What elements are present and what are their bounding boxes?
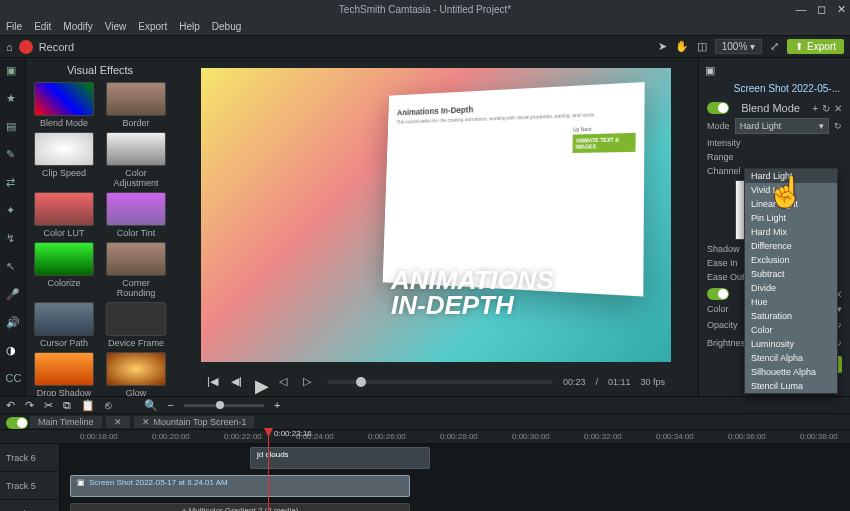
redo-icon[interactable]: ↷ [25,399,34,412]
split-icon[interactable]: ⎋ [105,399,112,411]
play-icon[interactable]: ▶ [255,375,269,389]
visual-icon[interactable]: ◑ [6,344,20,358]
export-button[interactable]: ⬆Export [787,39,844,54]
time-current: 00:23 [563,377,586,387]
effect-item[interactable]: Color LUT [30,192,98,238]
time-ruler[interactable]: 0:00:23:16 0:00:18:000:00:20:000:00:22:0… [0,430,850,444]
track-lane[interactable]: jd clouds [60,444,850,471]
track-label[interactable]: Track 4 [0,500,60,511]
mode-option[interactable]: Subtract [745,267,837,281]
mode-option[interactable]: Stencil Luma [745,379,837,393]
mode-option[interactable]: Hard Mix [745,225,837,239]
pointer-icon[interactable]: ➤ [658,40,667,53]
prev-marker-icon[interactable]: ◁ [279,375,293,389]
step-back-icon[interactable]: ◀| [231,375,245,389]
cut-icon[interactable]: ✂ [44,399,53,412]
mode-option[interactable]: Pin Light [745,211,837,225]
minimize-icon[interactable]: — [795,3,806,15]
tab-main[interactable]: Main Timeline [30,416,102,428]
home-icon[interactable]: ⌂ [6,41,13,53]
effect-item[interactable]: Color Adjustment [102,132,170,188]
menu-modify[interactable]: Modify [63,21,92,32]
crop-icon[interactable]: ◫ [697,40,707,53]
zoom-out-icon[interactable]: 🔍 [144,399,158,412]
mode-option[interactable]: Vivid Light [745,183,837,197]
mode-option[interactable]: Stencil Alpha [745,351,837,365]
favorites-icon[interactable]: ★ [6,92,20,106]
audio-icon[interactable]: 🔊 [6,316,20,330]
prev-frame-icon[interactable]: |◀ [207,375,221,389]
reset-icon[interactable]: ↻ [822,103,830,114]
transitions-icon[interactable]: ⇄ [6,176,20,190]
mode-option[interactable]: Hard Light [745,169,837,183]
track-lane[interactable]: + Multicolor Gradient 2 (2 media) [60,500,850,511]
next-marker-icon[interactable]: ▷ [303,375,317,389]
menu-debug[interactable]: Debug [212,21,241,32]
record-label[interactable]: Record [39,41,74,53]
effect-item[interactable]: Clip Speed [30,132,98,188]
timeline-toggle[interactable] [6,417,28,429]
scrub-bar[interactable] [327,380,553,384]
effect-item[interactable]: Corner Rounding [102,242,170,298]
menu-file[interactable]: File [6,21,22,32]
hand-icon[interactable]: ✋ [675,40,689,53]
maximize-icon[interactable]: ◻ [817,3,826,15]
clip-audio[interactable]: jd clouds [250,447,430,469]
remove-icon[interactable]: ✕ [834,103,842,114]
track-label[interactable]: Track 5 [0,472,60,499]
record-icon[interactable] [19,40,33,54]
media-icon[interactable]: ▣ [6,64,20,78]
mode-select[interactable]: Hard Light▾ [735,118,829,134]
menu-help[interactable]: Help [179,21,200,32]
effect-item[interactable]: Blend Mode [30,82,98,128]
playhead[interactable] [268,430,269,511]
menu-export[interactable]: Export [138,21,167,32]
tab-mountain[interactable]: ✕Mountain Top Screen-1 [134,416,255,428]
paste-icon[interactable]: 📋 [81,399,95,412]
mode-option[interactable]: Silhouette Alpha [745,365,837,379]
mode-option[interactable]: Difference [745,239,837,253]
track-lane[interactable]: ▣Screen Shot 2022-05-17 at 8.24.01 AM [60,472,850,499]
blend-toggle[interactable] [707,102,729,114]
library-icon[interactable]: ▤ [6,120,20,134]
panel-grid-icon[interactable]: ▣ [705,64,715,76]
mode-dropdown[interactable]: Hard LightVivid LightLinear LightPin Lig… [744,168,838,394]
tab-closed[interactable]: ✕ [106,416,130,428]
clip-video[interactable]: ▣Screen Shot 2022-05-17 at 8.24.01 AM [70,475,410,497]
effect-item[interactable]: Cursor Path [30,302,98,348]
mode-option[interactable]: Saturation [745,309,837,323]
reset-mode-icon[interactable]: ↻ [834,121,842,131]
annotations-icon[interactable]: ✎ [6,148,20,162]
canvas[interactable]: Animations In-Depth This tutorial walks … [201,68,671,362]
mode-option[interactable]: Hue [745,295,837,309]
mode-option[interactable]: Luminosity [745,337,837,351]
cursor-icon[interactable]: ↖ [6,260,20,274]
zoom-select[interactable]: 100% ▾ [715,39,762,54]
menu-edit[interactable]: Edit [34,21,51,32]
undo-icon[interactable]: ↶ [6,399,15,412]
effect-item[interactable]: Color Tint [102,192,170,238]
opacity-label: Opacity [707,320,738,330]
mode-option[interactable]: Linear Light [745,197,837,211]
effect-item[interactable]: Border [102,82,170,128]
effect-item[interactable]: Colorize [30,242,98,298]
animations-icon[interactable]: ↯ [6,232,20,246]
effect-item[interactable]: Glow [102,352,170,396]
clip-gradient[interactable]: + Multicolor Gradient 2 (2 media) [70,503,410,511]
effect-item[interactable]: Drop Shadow [30,352,98,396]
captions-icon[interactable]: CC [6,372,20,386]
zoom-slider[interactable] [184,404,264,407]
mode-option[interactable]: Exclusion [745,253,837,267]
behaviors-icon[interactable]: ✦ [6,204,20,218]
add-icon[interactable]: + [812,103,818,114]
voice-icon[interactable]: 🎤 [6,288,20,302]
close-icon[interactable]: ✕ [837,3,846,15]
spotlight-toggle[interactable] [707,288,729,300]
menu-view[interactable]: View [105,21,127,32]
mode-option[interactable]: Divide [745,281,837,295]
effect-item[interactable]: Device Frame [102,302,170,348]
mode-option[interactable]: Color [745,323,837,337]
copy-icon[interactable]: ⧉ [63,399,71,412]
detach-icon[interactable]: ⤢ [770,40,779,53]
track-label[interactable]: Track 6 [0,444,60,471]
